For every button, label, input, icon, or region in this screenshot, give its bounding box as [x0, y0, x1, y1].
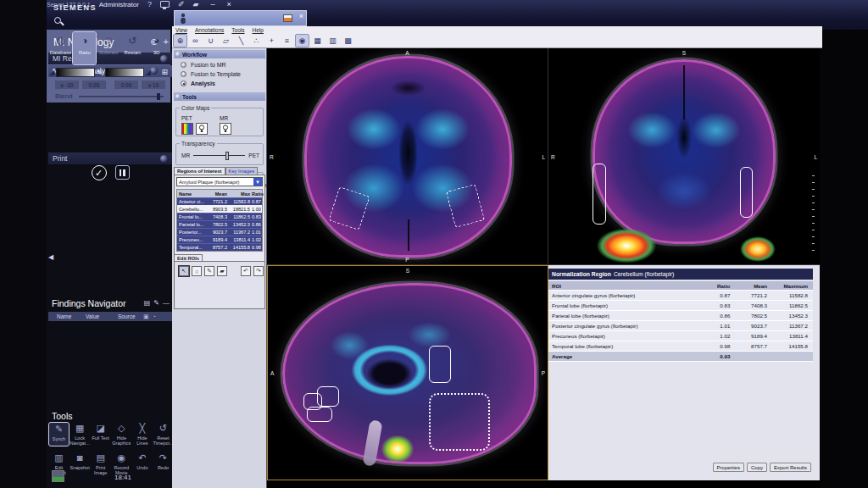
tool-print-image[interactable]: ▤Print Image — [91, 452, 110, 475]
tool-synch[interactable]: ✎Synch — [49, 423, 69, 446]
roi-outline-left[interactable] — [593, 164, 606, 225]
window-level-gradient-left[interactable] — [56, 68, 95, 77]
range-min-right[interactable]: 0.00 — [114, 80, 138, 89]
roi-outline-right[interactable] — [740, 167, 753, 218]
crosshair-icon[interactable]: + — [265, 35, 278, 47]
properties-button[interactable]: Properties — [713, 463, 744, 472]
findings-edit-icon[interactable]: ✎ — [153, 299, 159, 307]
viewport-sagittal-active[interactable]: S A P — [267, 265, 548, 480]
results-row[interactable]: Anterior cingulate gyrus (florbetapir)0.… — [548, 291, 813, 301]
roi-brush-tool[interactable]: ✎ — [204, 266, 214, 276]
minimize-button[interactable]: – — [210, 0, 214, 8]
menu-tools[interactable]: Tools — [231, 27, 244, 33]
briefcase-icon[interactable]: ▰ — [192, 0, 198, 8]
pet-lamp-icon[interactable] — [196, 123, 208, 135]
patient-browser-icon[interactable] — [52, 470, 64, 482]
chevron-down-icon[interactable]: ▼ — [253, 178, 262, 186]
blend-slider[interactable] — [79, 96, 164, 97]
findings-layout-icon[interactable]: ▤ — [144, 299, 151, 307]
accept-button[interactable]: ✓ — [92, 165, 107, 180]
ramp-icon[interactable]: ◢ — [49, 69, 54, 76]
workflow-fusion-to-mr[interactable]: Fusion to MR — [181, 60, 241, 69]
workflow-analysis[interactable]: Analysis — [181, 79, 241, 88]
blend-slider-thumb[interactable] — [157, 93, 160, 100]
align-icon[interactable]: ≡ — [281, 35, 293, 47]
help-icon[interactable]: ? — [147, 0, 152, 8]
annotate-line-icon[interactable]: ╲ — [235, 35, 248, 47]
tool-hide-graphics[interactable]: ◇Hide Graphics — [112, 423, 131, 446]
roi-row[interactable]: Frontal lo...7408.311862.50.83 — [177, 213, 262, 220]
tab-key-images[interactable]: Key Images — [225, 167, 259, 175]
sphere-icon[interactable]: ◉ — [296, 35, 309, 47]
grid-icon[interactable]: ▦ — [311, 35, 324, 47]
mr-lamp-icon[interactable] — [220, 123, 231, 135]
roi-row[interactable]: Temporal...8757.214155.80.98 — [177, 243, 262, 251]
roi-outline-precuneus[interactable] — [429, 346, 451, 383]
workflow-header[interactable]: Workflow — [174, 50, 265, 58]
tool-redo[interactable]: ↷Redo — [153, 452, 173, 475]
results-row[interactable]: Posterior cingulate gyrus (florbetapir)1… — [548, 321, 813, 331]
pet-colormap-button[interactable] — [181, 123, 193, 135]
results-row[interactable]: Temporal lobe (florbetapir)0.988757.7141… — [548, 341, 813, 352]
layout-icon[interactable]: ▩ — [342, 35, 354, 47]
tool-full-text[interactable]: ◪Full Text — [91, 423, 110, 446]
range-min-left[interactable]: ≤ -10 — [55, 80, 79, 89]
menu-view[interactable]: View — [175, 27, 187, 33]
tool-undo[interactable]: ↶Undo — [132, 452, 152, 475]
ramp-plus-icon[interactable]: ◢ — [146, 69, 151, 76]
menu-annotations[interactable]: Annotations — [195, 27, 224, 33]
roi-row[interactable]: Posterior...9023.711367.21.01 — [177, 228, 262, 236]
roi-outline-small[interactable] — [307, 407, 332, 422]
pencil-icon[interactable]: ✎ — [97, 69, 103, 77]
tools-header[interactable]: Tools — [174, 92, 265, 101]
viewport-coronal[interactable]: S R L — [548, 48, 820, 265]
wrench-icon[interactable]: ✐ — [178, 0, 185, 8]
roi-row[interactable]: Precuneu...9189.413811.41.02 — [177, 236, 262, 243]
float-close-icon[interactable]: × — [299, 12, 303, 20]
roi-circle-tool[interactable]: ○ — [192, 266, 202, 276]
roi-select-tool[interactable]: ↖ — [179, 266, 189, 276]
roi-row[interactable]: Cerebellu...8903.518821.51.00 — [177, 205, 262, 213]
window-level-gradient-right[interactable] — [105, 68, 144, 77]
points-icon[interactable]: ∴ — [250, 35, 263, 47]
roi-redo-button[interactable]: ↷ — [253, 266, 264, 276]
collapse-sidebar-arrow[interactable]: ◀ — [48, 253, 53, 261]
mode-database-button[interactable]: ◍ Database — [49, 32, 72, 64]
magnet-icon[interactable]: ∪ — [204, 35, 217, 47]
viewport-axial[interactable]: A P R L — [267, 48, 548, 265]
copy-button[interactable]: Copy — [747, 463, 767, 472]
transparency-slider-thumb[interactable] — [225, 152, 229, 160]
roi-outline-small[interactable] — [317, 386, 339, 407]
axial-fusion-image[interactable] — [304, 56, 512, 258]
roi-undo-button[interactable]: ↶ — [241, 266, 251, 276]
pan-icon[interactable]: ⊕ — [174, 35, 186, 47]
transparency-slider[interactable] — [193, 155, 245, 157]
close-button[interactable]: × — [226, 0, 231, 8]
browse-icon[interactable]: ∞ — [189, 35, 202, 47]
section-print[interactable]: Print — [48, 152, 172, 164]
export-results-button[interactable]: Export Results — [770, 463, 811, 472]
mode-ratio-button[interactable]: ◑ Ratio — [73, 32, 96, 64]
range-max-left[interactable]: 0.00 — [82, 80, 106, 89]
mode-subtract-button[interactable]: ◎ Subtract — [97, 32, 120, 64]
roi-eraser-tool[interactable]: ▰ — [217, 266, 227, 276]
tab-regions-of-interest[interactable]: Regions of Interest — [174, 167, 225, 175]
roi-row[interactable]: Parietal lo...7802.513452.30.86 — [177, 220, 262, 228]
chart-icon[interactable]: ▥ — [326, 35, 339, 47]
tool-record-movie[interactable]: ◉Record Movie — [112, 452, 131, 475]
monitor-icon[interactable] — [160, 1, 170, 8]
results-row[interactable]: Parietal lobe (florbetapir)0.867802.5134… — [548, 311, 813, 321]
application-float-titlebar[interactable]: × — [174, 10, 307, 26]
range-max-right[interactable]: ≥ 10 — [142, 80, 165, 89]
menu-help[interactable]: Help — [253, 27, 264, 33]
tool-snapshot[interactable]: ◙Snapshot — [70, 452, 90, 475]
results-row[interactable]: Frontal lobe (florbetapir)0.837408.31186… — [548, 301, 813, 311]
roi-row[interactable]: Anterior ci...7721.211582.80.87 — [177, 197, 262, 205]
tracer-select[interactable]: Amyloid Plaque (florbetapir)▼ — [176, 177, 263, 186]
workflow-fusion-to-template[interactable]: Fusion to Template — [181, 69, 241, 79]
layers-icon[interactable]: ▱ — [220, 35, 232, 47]
tool-reset-timepoint[interactable]: ↺Reset Timepoi... — [153, 423, 173, 446]
results-row[interactable]: Precuneus (florbetapir)1.029189.413811.4 — [548, 331, 813, 341]
tool-hide-lines[interactable]: ╳Hide Lines — [132, 423, 152, 446]
mode-3d-button[interactable]: ◕ 3D — [145, 32, 168, 64]
